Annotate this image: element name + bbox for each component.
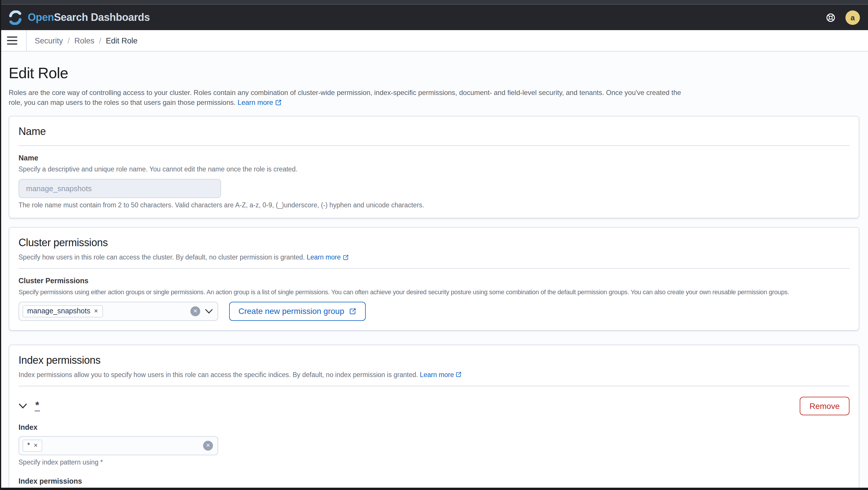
index-pattern-combobox[interactable]: *✕ ✕: [19, 436, 218, 455]
remove-button[interactable]: Remove: [800, 397, 849, 415]
name-help-text: The role name must contain from 2 to 50 …: [19, 202, 849, 208]
app-window: OpenSearch Dashboards a Security / Roles…: [0, 0, 868, 490]
external-link-icon: [275, 99, 282, 106]
cluster-permissions-description: Specify permissions using either action …: [19, 287, 849, 297]
window-chrome-strip: [0, 0, 868, 5]
breadcrumb-security[interactable]: Security: [35, 36, 63, 45]
screenshot-stage: OpenSearch Dashboards a Security / Roles…: [0, 0, 868, 490]
remove-token-icon[interactable]: ✕: [94, 308, 98, 314]
external-link-icon: [349, 307, 356, 315]
cluster-permissions-label: Cluster Permissions: [19, 277, 849, 285]
accordion-title[interactable]: *: [35, 400, 40, 411]
index-permissions-panel: Index permissions Index permissions allo…: [9, 344, 859, 490]
index-permissions-label: Index permissions: [19, 477, 849, 485]
divider: [19, 268, 849, 269]
page-title: Edit Role: [9, 64, 859, 82]
clear-all-icon[interactable]: ✕: [190, 306, 200, 316]
opensearch-logo[interactable]: OpenSearch Dashboards: [8, 10, 150, 25]
menu-icon[interactable]: [7, 36, 18, 45]
index-panel-title: Index permissions: [19, 354, 849, 366]
breadcrumb: Security / Roles / Edit Role: [35, 36, 137, 45]
breadcrumb-separator: /: [68, 36, 70, 45]
life-ring-icon: [826, 12, 835, 22]
cluster-panel-title: Cluster permissions: [19, 237, 849, 249]
learn-more-link[interactable]: Learn more: [238, 99, 282, 107]
divider: [19, 385, 849, 386]
name-panel: Name Name Specify a descriptive and uniq…: [9, 116, 859, 219]
user-avatar[interactable]: a: [845, 10, 860, 25]
index-pattern-help: Specify index pattern using *: [19, 458, 849, 465]
breadcrumb-divider: [26, 30, 27, 51]
breadcrumb-edit-role: Edit Role: [106, 36, 138, 45]
chevron-down-icon[interactable]: [205, 309, 213, 314]
page-description: Roles are the core way of controlling ac…: [9, 88, 691, 108]
learn-more-link[interactable]: Learn more: [307, 254, 349, 261]
accordion-toggle[interactable]: *: [19, 400, 40, 411]
index-panel-description: Index permissions allow you to specify h…: [19, 371, 849, 378]
external-link-icon: [343, 254, 349, 260]
cluster-permissions-panel: Cluster permissions Specify how users in…: [9, 227, 859, 330]
window-left-edge: [0, 0, 1, 490]
external-link-icon: [456, 371, 462, 378]
token-manage-snapshots[interactable]: manage_snapshots✕: [23, 305, 103, 317]
create-permission-group-button[interactable]: Create new permission group: [229, 301, 366, 321]
divider: [19, 145, 849, 146]
cluster-permissions-combobox[interactable]: manage_snapshots✕ ✕: [19, 301, 218, 321]
window-bottom-edge: [0, 488, 868, 490]
logo-wordmark: OpenSearch Dashboards: [28, 11, 150, 24]
chevron-down-icon[interactable]: [19, 403, 27, 409]
breadcrumb-separator: /: [99, 36, 101, 45]
breadcrumb-roles[interactable]: Roles: [74, 36, 94, 45]
name-field-description: Specify a descriptive and unique role na…: [19, 165, 849, 175]
app-header: OpenSearch Dashboards a: [0, 5, 868, 30]
help-button[interactable]: [823, 10, 838, 25]
page-content: Edit Role Roles are the core way of cont…: [0, 52, 868, 490]
opensearch-logo-icon: [8, 10, 23, 25]
index-field-label: Index: [19, 423, 849, 431]
name-field-label: Name: [19, 154, 849, 162]
cluster-panel-description: Specify how users in this role can acces…: [19, 254, 849, 261]
breadcrumb-bar: Security / Roles / Edit Role: [0, 30, 868, 52]
learn-more-link[interactable]: Learn more: [420, 371, 462, 378]
role-name-input[interactable]: [19, 179, 221, 198]
clear-all-icon[interactable]: ✕: [203, 440, 213, 450]
index-permission-accordion: * Remove: [19, 397, 849, 415]
token-index-pattern[interactable]: *✕: [23, 439, 42, 452]
remove-token-icon[interactable]: ✕: [34, 442, 38, 448]
name-panel-title: Name: [19, 126, 849, 138]
